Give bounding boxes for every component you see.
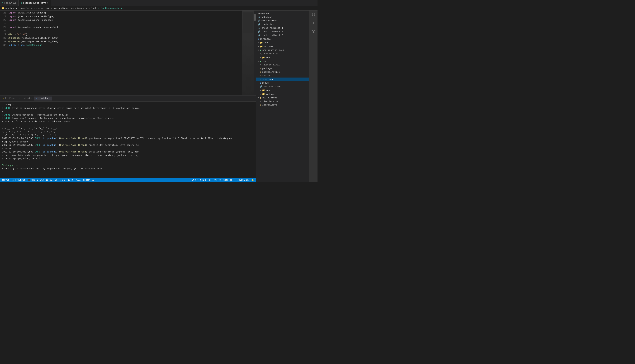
sidebar-item-webviews[interactable]: 🔗 webviews bbox=[256, 15, 309, 19]
link-icon: 🔗 bbox=[258, 23, 261, 26]
code-line: @Produces(MediaType.APPLICATION_JSON) bbox=[8, 36, 242, 40]
sidebar-item-label: tools bbox=[262, 60, 269, 62]
editor-scrollbar[interactable] bbox=[254, 10, 256, 95]
sidebar-item-volumes[interactable]: ▶ 📁 volumes bbox=[256, 44, 309, 48]
code-line bbox=[8, 22, 242, 26]
gear-icon: ⚙ bbox=[260, 78, 261, 81]
sidebar-item-env[interactable]: ▶ 📁 env bbox=[256, 41, 309, 44]
sidebar-item-new-terminal-tools[interactable]: >_ New terminal bbox=[256, 63, 309, 67]
code-line: import javax.ws.rs.core.MediaType; bbox=[8, 15, 242, 18]
sidebar-item-label: startdev bbox=[262, 78, 273, 81]
status-encoding-label: UTF-8 bbox=[214, 179, 221, 181]
terminal-line: Listening for transport dt_socket at add… bbox=[2, 120, 254, 123]
status-java[interactable]: JavaSE-11 bbox=[237, 179, 249, 181]
cpu-icon: ↑ bbox=[60, 179, 61, 181]
sidebar-item-label: terminal bbox=[260, 38, 271, 40]
code-editor[interactable]: 23 24 25 26 27 28 29 30 31 32 import jav… bbox=[0, 10, 256, 95]
chevron-right-icon: ▶ bbox=[260, 89, 261, 91]
sidebar-item-volumes-tools[interactable]: ▶ 📁 volumes bbox=[256, 92, 309, 96]
sidebar-item-tools[interactable]: ▼ tools bbox=[256, 60, 309, 63]
tab-food-resource[interactable]: ♦ FoodResource.java × bbox=[19, 0, 51, 6]
terminal-line: -context-propagation, vertx] bbox=[2, 157, 254, 160]
sidebar-item-che-machine-exec[interactable]: ▼ che-machine-exec bbox=[256, 48, 309, 52]
sidebar-item-env-tools[interactable]: ▶ 📁 env bbox=[256, 88, 309, 92]
sidebar-item-startnative[interactable]: ⚙ startnative bbox=[256, 103, 309, 107]
status-memory-label: Mem: 2.14/5.11 GB 41% bbox=[31, 179, 57, 181]
status-ln-col[interactable]: Ln 67, Col 1 bbox=[192, 179, 206, 181]
breadcrumb-part[interactable]: main bbox=[38, 7, 43, 10]
tab-startdev[interactable]: ⟳ startdev × bbox=[34, 96, 52, 100]
folder-icon: 📁 bbox=[260, 45, 263, 48]
sidebar-item-theia-redirect-3[interactable]: 🔗 theia-redirect-3 bbox=[256, 34, 309, 37]
breadcrumb-part[interactable]: food bbox=[91, 7, 96, 10]
breadcrumb-part[interactable]: org bbox=[53, 7, 57, 10]
breadcrumb-part[interactable]: che bbox=[71, 7, 74, 10]
sidebar-item-label: New terminal bbox=[263, 64, 280, 66]
sidebar-item-theia-dev[interactable]: 🔗 theia-dev bbox=[256, 22, 309, 26]
sidebar-item-debug[interactable]: ℹ debug bbox=[256, 81, 309, 85]
status-spaces[interactable]: Spaces: 4 bbox=[223, 179, 235, 181]
breadcrumb-part[interactable]: eclipse bbox=[59, 7, 68, 10]
terminal-line bbox=[2, 123, 254, 126]
chevron-down-icon: ▼ bbox=[258, 49, 259, 51]
close-icon[interactable]: × bbox=[49, 97, 51, 100]
breadcrumb-part[interactable]: java bbox=[45, 7, 50, 10]
sidebar-item-label: env bbox=[266, 56, 270, 59]
sidebar-item-theia-redirect-1[interactable]: 🔗 theia-redirect-1 bbox=[256, 26, 309, 30]
sidebar-item-list-all-food[interactable]: 🔗 list-all-food bbox=[256, 85, 309, 88]
sidebar-item-label: theia-redirect-3 bbox=[262, 34, 283, 36]
cube-icon[interactable] bbox=[311, 28, 316, 34]
sidebar-item-startdev[interactable]: ⚙ startdev bbox=[256, 78, 309, 81]
terminal-line: --/ __ \/ / / / _ | / _ \/ //_/ / / / __… bbox=[2, 126, 254, 130]
status-memory[interactable]: ⬛ Mem: 2.14/5.11 GB 41% bbox=[28, 179, 57, 181]
sidebar-item-mini-browser[interactable]: 🔗 mini-browser bbox=[256, 19, 309, 22]
status-notifications[interactable]: 🔔 bbox=[251, 179, 254, 182]
sidebar-item-label: startnative bbox=[262, 104, 277, 106]
status-lf[interactable]: LF bbox=[209, 179, 212, 181]
sidebar-item-theia-redirect-2[interactable]: 🔗 theia-redirect-2 bbox=[256, 30, 309, 34]
terminal-line: Press [r] to resume testing, [o] Toggle … bbox=[2, 167, 254, 170]
sidebar-item-label: packagenative bbox=[262, 71, 280, 74]
code-line: import javax.ws.rs.Produces; bbox=[8, 11, 242, 15]
sidebar-item-ubi-minimal[interactable]: ▼ ubi-minimal bbox=[256, 96, 309, 100]
sidebar-item-package[interactable]: ⚙ package bbox=[256, 67, 309, 70]
activity-bar-icon[interactable] bbox=[311, 12, 316, 18]
pin-icon[interactable] bbox=[311, 20, 316, 26]
tab-runtests[interactable]: ✓ runtests bbox=[18, 96, 33, 100]
tab-label: Food.java bbox=[4, 2, 17, 4]
sidebar-item-label: list-all-food bbox=[264, 85, 281, 88]
folder-icon: 📁 bbox=[262, 93, 265, 96]
terminal-line: [INFO] Compiling 1 source file to /proje… bbox=[2, 116, 254, 120]
breadcrumb-part[interactable]: incubator bbox=[77, 7, 88, 10]
tab-problems[interactable]: ⚠ Problems bbox=[2, 96, 17, 100]
status-config[interactable]: config bbox=[2, 179, 9, 181]
status-previews[interactable]: 🔗 Previews bbox=[12, 179, 25, 181]
breadcrumb: 📁 quarkus-api-example › src › main › jav… bbox=[0, 6, 318, 10]
link-icon: 🔗 bbox=[258, 34, 261, 36]
sidebar-item-terminal[interactable]: ℹ terminal bbox=[256, 37, 309, 41]
sidebar-item-new-terminal-ubi[interactable]: >_ New terminal bbox=[256, 100, 309, 103]
terminal-line: -/ /_/ / /_/ / __ |/ , _/ ,< / /_/ /\ \ bbox=[2, 130, 254, 133]
terminal-line: -- bbox=[2, 160, 254, 164]
folder-icon: 📁 bbox=[262, 56, 265, 59]
breadcrumb-part[interactable]: quarkus-api-example bbox=[5, 7, 29, 10]
file-icon: ♦ bbox=[21, 2, 22, 4]
code-content[interactable]: import javax.ws.rs.Produces; import java… bbox=[8, 10, 242, 95]
sidebar-item-new-terminal-che[interactable]: >_ New terminal bbox=[256, 52, 309, 56]
tab-food-java[interactable]: ♦ Food.java bbox=[0, 0, 19, 6]
terminal-area: ⚠ Problems ✓ runtests ⟳ startdev × i-exa… bbox=[0, 95, 256, 178]
status-cpu-label: CPU: 19 m bbox=[62, 179, 73, 181]
status-encoding[interactable]: UTF-8 bbox=[214, 179, 221, 181]
chevron-right-icon: ▶ bbox=[258, 42, 259, 44]
terminal-content[interactable]: i-example [INFO] Invoking org.apache.mav… bbox=[0, 102, 256, 178]
sidebar-item-packagenative[interactable]: ⚙ packagenative bbox=[256, 70, 309, 74]
close-icon[interactable]: × bbox=[47, 2, 48, 4]
sidebar-item-runtests[interactable]: ⚙ runtests bbox=[256, 74, 309, 78]
status-pull-request[interactable]: Pull Request #3 bbox=[76, 179, 94, 181]
sidebar-item-env-che[interactable]: ▶ 📁 env bbox=[256, 56, 309, 60]
sidebar-item-label: volumes bbox=[266, 93, 275, 96]
chevron-right-icon: ▶ bbox=[260, 93, 261, 95]
breadcrumb-part[interactable]: src bbox=[31, 7, 35, 10]
breadcrumb-part[interactable]: ⬥ FoodResource.java bbox=[98, 7, 122, 10]
status-cpu[interactable]: ↑ CPU: 19 m bbox=[60, 179, 73, 181]
